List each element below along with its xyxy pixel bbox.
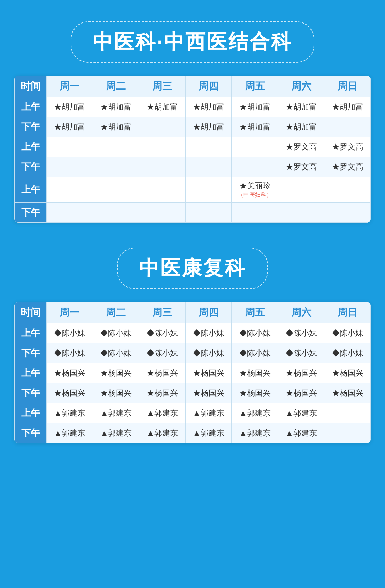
time-cell: 下午 (15, 423, 47, 443)
data-cell: ★杨国兴 (93, 363, 139, 383)
time-cell: 上午 (15, 177, 47, 203)
data-cell (324, 117, 371, 137)
header-sat2: 周六 (278, 302, 324, 323)
data-cell: ★胡加富 (278, 117, 324, 137)
data-cell: ★杨国兴 (232, 363, 278, 383)
time-cell: 上午 (15, 403, 47, 423)
data-cell: ▲郭建东 (278, 403, 324, 423)
header-fri1: 周五 (232, 76, 278, 97)
data-cell: ◆陈小妹 (232, 343, 278, 363)
table-row: 下午 ▲郭建东 ▲郭建东 ▲郭建东 ▲郭建东 ▲郭建东 ▲郭建东 (15, 423, 371, 443)
section1-title-wrap: 中医科·中西医结合科 (71, 21, 314, 63)
data-cell: ◆陈小妹 (47, 323, 93, 343)
section1-header-row: 时间 周一 周二 周三 周四 周五 周六 周日 (15, 76, 371, 97)
data-cell (185, 203, 232, 223)
time-cell: 下午 (15, 383, 47, 403)
data-cell: ★杨国兴 (278, 363, 324, 383)
header-mon2: 周一 (47, 302, 93, 323)
header-tue1: 周二 (93, 76, 139, 97)
table-row: 下午 ★胡加富 ★胡加富 ★胡加富 ★胡加富 ★胡加富 (15, 117, 371, 137)
section2-header-row: 时间 周一 周二 周三 周四 周五 周六 周日 (15, 302, 371, 323)
section2-title: 中医康复科 (139, 255, 246, 282)
table-row: 上午 ★罗文高 ★罗文高 (15, 137, 371, 157)
section1-table: 时间 周一 周二 周三 周四 周五 周六 周日 上午 ★胡加富 ★胡加富 ★胡加… (14, 76, 371, 223)
table-row: 上午 ◆陈小妹 ◆陈小妹 ◆陈小妹 ◆陈小妹 ◆陈小妹 ◆陈小妹 ◆陈小妹 (15, 323, 371, 343)
cell-note: （中医妇科） (233, 191, 276, 199)
data-cell: ★胡加富 (139, 97, 185, 117)
data-cell: ◆陈小妹 (93, 323, 139, 343)
data-cell: ▲郭建东 (93, 423, 139, 443)
header-sun2: 周日 (324, 302, 371, 323)
table-row: 下午 ★杨国兴 ★杨国兴 ★杨国兴 ★杨国兴 ★杨国兴 ★杨国兴 ★杨国兴 (15, 383, 371, 403)
section2-title-wrap: 中医康复科 (117, 248, 268, 289)
data-cell (324, 177, 371, 203)
data-cell: ◆陈小妹 (139, 343, 185, 363)
data-cell (47, 137, 93, 157)
data-cell: ★杨国兴 (139, 383, 185, 403)
data-cell: ▲郭建东 (139, 423, 185, 443)
data-cell-guanli: ★关丽珍（中医妇科） (232, 177, 278, 203)
data-cell: ◆陈小妹 (232, 323, 278, 343)
data-cell: ◆陈小妹 (278, 323, 324, 343)
data-cell: ◆陈小妹 (185, 343, 232, 363)
data-cell: ★罗文高 (278, 137, 324, 157)
data-cell: ★胡加富 (185, 97, 232, 117)
table-row: 下午 (15, 203, 371, 223)
time-cell: 上午 (15, 97, 47, 117)
data-cell: ◆陈小妹 (324, 343, 371, 363)
data-cell: ★杨国兴 (185, 363, 232, 383)
data-cell (139, 157, 185, 177)
data-cell (139, 203, 185, 223)
header-mon1: 周一 (47, 76, 93, 97)
data-cell: ★杨国兴 (47, 383, 93, 403)
data-cell (185, 157, 232, 177)
data-cell (93, 137, 139, 157)
data-cell (47, 157, 93, 177)
data-cell (139, 137, 185, 157)
header-time: 时间 (15, 76, 47, 97)
data-cell (185, 177, 232, 203)
data-cell (278, 203, 324, 223)
data-cell: ★胡加富 (47, 97, 93, 117)
section2-table: 时间 周一 周二 周三 周四 周五 周六 周日 上午 ◆陈小妹 ◆陈小妹 ◆陈小… (14, 302, 371, 443)
time-cell: 上午 (15, 363, 47, 383)
data-cell (47, 177, 93, 203)
header-wed2: 周三 (139, 302, 185, 323)
data-cell: ★胡加富 (185, 117, 232, 137)
data-cell (324, 203, 371, 223)
time-cell: 上午 (15, 323, 47, 343)
data-cell: ★胡加富 (324, 97, 371, 117)
data-cell: ★胡加富 (93, 97, 139, 117)
data-cell: ▲郭建东 (185, 423, 232, 443)
data-cell: ◆陈小妹 (324, 323, 371, 343)
data-cell (93, 177, 139, 203)
data-cell: ★杨国兴 (93, 383, 139, 403)
data-cell (232, 137, 278, 157)
data-cell (93, 203, 139, 223)
table-row: 上午 ★胡加富 ★胡加富 ★胡加富 ★胡加富 ★胡加富 ★胡加富 ★胡加富 (15, 97, 371, 117)
data-cell (185, 137, 232, 157)
data-cell: ◆陈小妹 (185, 323, 232, 343)
data-cell: ▲郭建东 (232, 403, 278, 423)
data-cell: ★杨国兴 (324, 363, 371, 383)
header-thu1: 周四 (185, 76, 232, 97)
data-cell: ▲郭建东 (139, 403, 185, 423)
section2-table-container: 时间 周一 周二 周三 周四 周五 周六 周日 上午 ◆陈小妹 ◆陈小妹 ◆陈小… (14, 302, 371, 443)
table-row: 下午 ★罗文高 ★罗文高 (15, 157, 371, 177)
data-cell: ◆陈小妹 (139, 323, 185, 343)
table-row: 上午 ▲郭建东 ▲郭建东 ▲郭建东 ▲郭建东 ▲郭建东 ▲郭建东 (15, 403, 371, 423)
data-cell: ★杨国兴 (278, 383, 324, 403)
data-cell: ★胡加富 (278, 97, 324, 117)
data-cell: ▲郭建东 (185, 403, 232, 423)
table-row: 下午 ◆陈小妹 ◆陈小妹 ◆陈小妹 ◆陈小妹 ◆陈小妹 ◆陈小妹 ◆陈小妹 (15, 343, 371, 363)
header-thu2: 周四 (185, 302, 232, 323)
table-row: 上午 ★杨国兴 ★杨国兴 ★杨国兴 ★杨国兴 ★杨国兴 ★杨国兴 ★杨国兴 (15, 363, 371, 383)
data-cell: ◆陈小妹 (278, 343, 324, 363)
data-cell: ★杨国兴 (139, 363, 185, 383)
data-cell: ◆陈小妹 (47, 343, 93, 363)
data-cell: ★罗文高 (324, 137, 371, 157)
time-cell: 下午 (15, 203, 47, 223)
data-cell: ★杨国兴 (232, 383, 278, 403)
time-cell: 下午 (15, 343, 47, 363)
data-cell (93, 157, 139, 177)
